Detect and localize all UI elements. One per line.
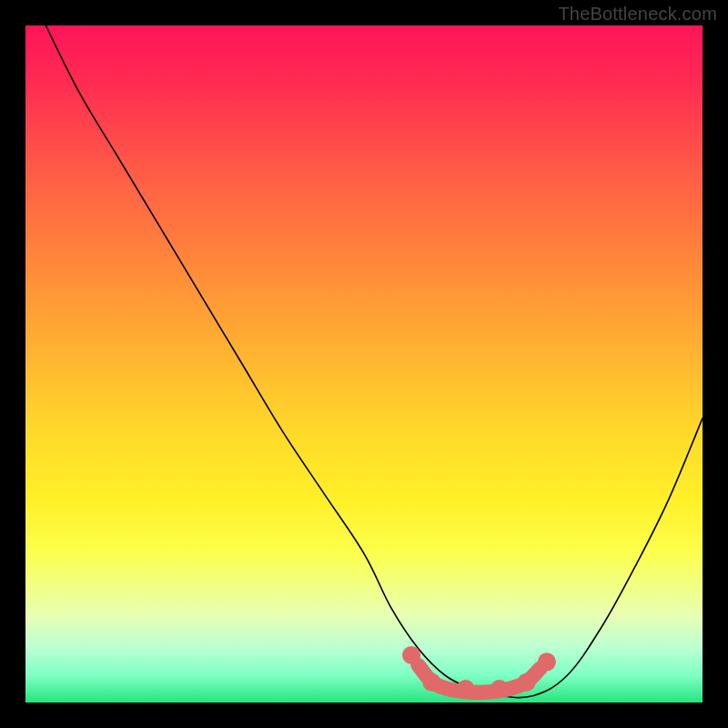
highlight-point <box>490 680 509 698</box>
highlight-overlay <box>25 25 703 703</box>
highlight-point <box>518 673 536 692</box>
highlight-point <box>422 673 440 692</box>
highlight-point <box>402 646 420 664</box>
watermark-text: TheBottleneck.com <box>558 4 717 25</box>
chart-plot-area <box>25 25 703 703</box>
curve-path <box>46 25 703 698</box>
highlight-point <box>457 680 475 698</box>
highlight-band <box>419 665 541 693</box>
highlight-point <box>538 652 556 671</box>
bottleneck-curve <box>25 25 703 703</box>
highlight-points-group <box>402 646 556 698</box>
